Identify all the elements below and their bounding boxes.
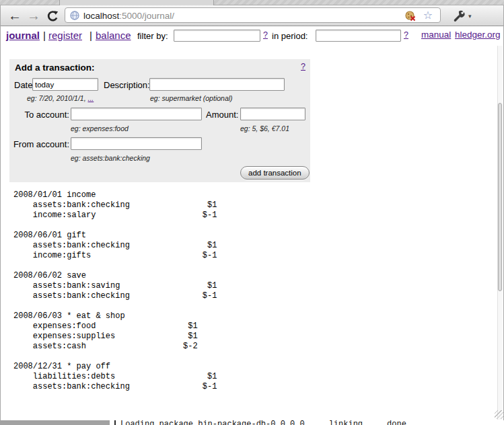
journal-text: 2008/01/01 income assets:bank:checking $… — [13, 190, 217, 392]
reload-button[interactable] — [46, 9, 59, 28]
browser-toolbar: ← → localhost:5000/journal/ — [0, 5, 504, 26]
forward-button[interactable]: → — [27, 6, 40, 25]
globe-icon[interactable] — [70, 11, 79, 23]
to-account-input[interactable] — [71, 108, 202, 120]
cookie-blocked-icon[interactable] — [404, 10, 416, 24]
date-hint-more-link[interactable]: ... — [88, 94, 94, 102]
add-transaction-panel: Add a transaction: ? Date: Description: … — [9, 59, 310, 182]
terminal-text: Loading package bin-package-db-0.0.0.0 .… — [120, 420, 411, 425]
nav-separator: | — [43, 30, 46, 41]
scrollbar-thumb[interactable] — [498, 103, 502, 291]
in-period-label: in period: — [272, 31, 308, 41]
url-text[interactable]: localhost:5000/journal/ — [83, 11, 174, 21]
bookmark-star-icon[interactable]: ☆ — [423, 9, 433, 22]
nav-tab-balance[interactable]: balance — [96, 30, 131, 41]
to-account-hint: eg: expenses:food — [71, 124, 129, 132]
date-hint-text: eg: 7/20, 2010/1/1, — [27, 94, 88, 102]
to-account-label: To account: — [9, 110, 69, 120]
terminal-left-border — [114, 420, 116, 425]
add-transaction-button[interactable]: add transaction — [240, 166, 310, 180]
description-hint: eg: supermarket (optional) — [150, 94, 233, 102]
amount-label: Amount: — [206, 110, 238, 120]
resize-grip-icon[interactable] — [495, 410, 503, 419]
reload-icon — [46, 10, 59, 23]
url-host: localhost — [83, 11, 119, 21]
menu-caret-icon: ▾ — [468, 13, 472, 20]
description-input[interactable] — [149, 78, 285, 91]
from-account-label: From account: — [9, 139, 69, 149]
date-hint: eg: 7/20, 2010/1/1, ... — [27, 94, 94, 102]
period-help-link[interactable]: ? — [404, 30, 408, 40]
filter-help-link[interactable]: ? — [263, 30, 268, 40]
nav-tab-register[interactable]: register — [48, 30, 82, 41]
browser-window: ← → localhost:5000/journal/ — [0, 0, 504, 425]
bottom-strip: Loading package bin-package-db-0.0.0.0 .… — [0, 420, 504, 425]
nav-separator: | — [89, 30, 92, 41]
hledger-navbar: journal | register | balance filter by: … — [0, 27, 504, 46]
description-label: Description: — [104, 80, 150, 90]
back-button[interactable]: ← — [8, 6, 22, 25]
wrench-icon — [452, 9, 466, 23]
hledger-org-link[interactable]: hledger.org — [455, 30, 501, 40]
filter-by-label: filter by: — [137, 31, 168, 41]
period-input[interactable] — [316, 30, 401, 42]
address-bar[interactable]: localhost:5000/journal/ ☆ — [65, 7, 441, 23]
nav-tab-journal[interactable]: journal — [6, 30, 40, 41]
wrench-menu-button[interactable]: ▾ — [452, 9, 472, 23]
url-path: :5000/journal/ — [119, 11, 174, 21]
panel-help-link[interactable]: ? — [301, 62, 305, 71]
amount-input[interactable] — [240, 108, 305, 120]
window-left-edge — [0, 5, 1, 420]
window-titlebar[interactable] — [0, 0, 504, 5]
filter-input[interactable] — [174, 30, 260, 42]
from-account-input[interactable] — [71, 137, 202, 150]
date-input[interactable] — [32, 78, 98, 91]
desktop-gray-area — [0, 420, 110, 425]
panel-title: Add a transaction: — [15, 63, 95, 73]
manual-link[interactable]: manual — [421, 30, 451, 40]
amount-hint: eg: 5, $6, €7.01 — [240, 124, 289, 132]
active-tab-bottom[interactable] — [59, 0, 214, 5]
from-account-hint: eg: assets:bank:checking — [71, 154, 150, 162]
